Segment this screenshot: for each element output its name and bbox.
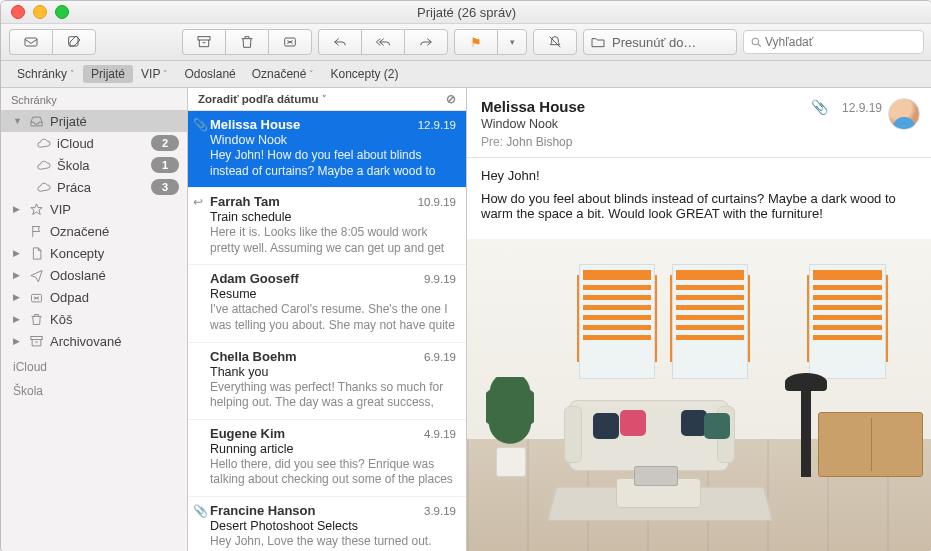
flag-button[interactable]: ⚑: [454, 29, 497, 55]
window-zoom-button[interactable]: [55, 5, 69, 19]
attachment-image[interactable]: [467, 239, 931, 551]
chevron-down-icon: ˅: [309, 69, 314, 79]
sort-label: Zoradiť podľa dátumu: [198, 93, 318, 105]
message-row[interactable]: 📎 Francine Hanson3.9.19 Desert Photoshoo…: [188, 497, 466, 551]
message-list-scroll[interactable]: 📎 Melissa House12.9.19 Window Nook Hey J…: [188, 111, 466, 551]
chevron-down-icon: ˅: [163, 69, 168, 79]
window-close-button[interactable]: [11, 5, 25, 19]
sidebar-item-trash[interactable]: ▶ Kôš: [1, 308, 187, 330]
forward-button[interactable]: [404, 29, 448, 55]
toolbar: ⚑ ▾ Presunúť do…: [1, 24, 931, 61]
sidebar-header: Schránky: [1, 88, 187, 110]
wifi-sync-icon: ⊘: [446, 92, 456, 106]
disclosure-triangle-icon[interactable]: ▶: [13, 270, 22, 280]
reply-button[interactable]: [318, 29, 361, 55]
disclosure-triangle-icon[interactable]: ▶: [13, 204, 22, 214]
junk-button[interactable]: [268, 29, 312, 55]
message-to: Pre: John Bishop: [481, 135, 918, 149]
message-row[interactable]: Eugene Kim4.9.19 Running article Hello t…: [188, 420, 466, 497]
message-list: Zoradiť podľa dátumu ˅ ⊘ 📎 Melissa House…: [188, 88, 467, 551]
message-row[interactable]: 📎 Melissa House12.9.19 Window Nook Hey J…: [188, 111, 466, 188]
attachment-icon: 📎: [193, 118, 208, 132]
flag-menu-button[interactable]: ▾: [497, 29, 527, 55]
sidebar-account-icloud[interactable]: iCloud: [1, 352, 187, 376]
window-minimize-button[interactable]: [33, 5, 47, 19]
svg-rect-0: [25, 38, 37, 46]
sidebar-item-flagged[interactable]: Označené: [1, 220, 187, 242]
reply-all-button[interactable]: [361, 29, 404, 55]
titlebar: Prijaté (26 správ): [1, 1, 931, 24]
cloud-icon: [35, 157, 51, 173]
cloud-icon: [35, 179, 51, 195]
disclosure-triangle-icon[interactable]: ▶: [13, 314, 22, 324]
chevron-down-icon: ▾: [510, 37, 515, 47]
reader-pane: 📎 Melissa House 12.9.19 Window Nook Pre:…: [467, 88, 931, 551]
sidebar-item-work[interactable]: Práca 3: [1, 176, 187, 198]
paperplane-icon: [28, 267, 44, 283]
favbar-item-drafts[interactable]: Koncepty (2): [322, 65, 406, 83]
compose-button[interactable]: [52, 29, 96, 55]
unread-badge: 2: [151, 135, 179, 151]
junk-icon: [28, 289, 44, 305]
message-date: 12.9.19: [842, 101, 882, 115]
sidebar-item-icloud[interactable]: iCloud 2: [1, 132, 187, 154]
message-row[interactable]: Chella Boehm6.9.19 Thank you Everything …: [188, 343, 466, 420]
unread-badge: 1: [151, 157, 179, 173]
disclosure-triangle-icon[interactable]: ▶: [13, 248, 22, 258]
folder-icon: [590, 34, 606, 50]
trash-icon: [28, 311, 44, 327]
mute-button[interactable]: [533, 29, 577, 55]
search-input[interactable]: [763, 34, 917, 50]
sidebar-item-vip[interactable]: ▶ VIP: [1, 198, 187, 220]
sidebar-item-drafts[interactable]: ▶ Koncepty: [1, 242, 187, 264]
svg-rect-6: [30, 336, 41, 339]
chevron-down-icon: ˅: [322, 94, 327, 104]
flag-icon: [28, 223, 44, 239]
get-mail-button[interactable]: [9, 29, 52, 55]
favbar-item-flagged[interactable]: Označené˅: [244, 65, 323, 83]
sidebar-item-school[interactable]: Škola 1: [1, 154, 187, 176]
message-body: Hey John! How do you feel about blinds i…: [467, 158, 931, 239]
archive-icon: [28, 333, 44, 349]
disclosure-triangle-icon[interactable]: ▼: [13, 116, 22, 126]
sidebar-account-school[interactable]: Škola: [1, 376, 187, 400]
chevron-down-icon: ˅: [70, 69, 75, 79]
sidebar: Schránky ▼ Prijaté iCloud 2 Škola 1 Prác…: [1, 88, 188, 551]
message-subject: Window Nook: [481, 117, 918, 131]
star-icon: [28, 201, 44, 217]
unread-badge: 3: [151, 179, 179, 195]
message-header: 📎 Melissa House 12.9.19 Window Nook Pre:…: [467, 88, 931, 158]
replied-icon: ↩: [193, 195, 203, 209]
sidebar-item-archive[interactable]: ▶ Archivované: [1, 330, 187, 352]
search-icon: [750, 36, 763, 49]
disclosure-triangle-icon[interactable]: ▶: [13, 336, 22, 346]
attachment-icon: 📎: [193, 504, 208, 518]
sidebar-item-inbox[interactable]: ▼ Prijaté: [1, 110, 187, 132]
move-to-label: Presunúť do…: [612, 35, 730, 50]
favbar-item-mailboxes[interactable]: Schránky˅: [9, 65, 83, 83]
window-title: Prijaté (26 správ): [1, 5, 931, 20]
move-to-button[interactable]: Presunúť do…: [583, 29, 737, 55]
favbar-item-inbox[interactable]: Prijaté: [83, 65, 133, 83]
flag-icon: ⚑: [470, 35, 482, 50]
cloud-icon: [35, 135, 51, 151]
favbar-item-sent[interactable]: Odoslané: [176, 65, 243, 83]
archive-button[interactable]: [182, 29, 225, 55]
svg-rect-2: [198, 37, 210, 40]
search-field[interactable]: [743, 30, 924, 54]
svg-point-4: [752, 38, 759, 45]
sidebar-item-sent[interactable]: ▶ Odoslané: [1, 264, 187, 286]
message-row[interactable]: ↩ Farrah Tam10.9.19 Train schedule Here …: [188, 188, 466, 265]
disclosure-triangle-icon[interactable]: ▶: [13, 292, 22, 302]
message-row[interactable]: Adam Gooseff9.9.19 Resume I've attached …: [188, 265, 466, 342]
inbox-icon: [28, 113, 44, 129]
sidebar-item-junk[interactable]: ▶ Odpad: [1, 286, 187, 308]
attachment-icon: 📎: [811, 99, 828, 115]
favorites-bar: Schránky˅ Prijaté VIP˅ Odoslané Označené…: [1, 61, 931, 88]
favbar-item-vip[interactable]: VIP˅: [133, 65, 176, 83]
sort-header[interactable]: Zoradiť podľa dátumu ˅ ⊘: [188, 88, 466, 111]
sender-avatar[interactable]: [888, 98, 920, 130]
delete-button[interactable]: [225, 29, 268, 55]
document-icon: [28, 245, 44, 261]
